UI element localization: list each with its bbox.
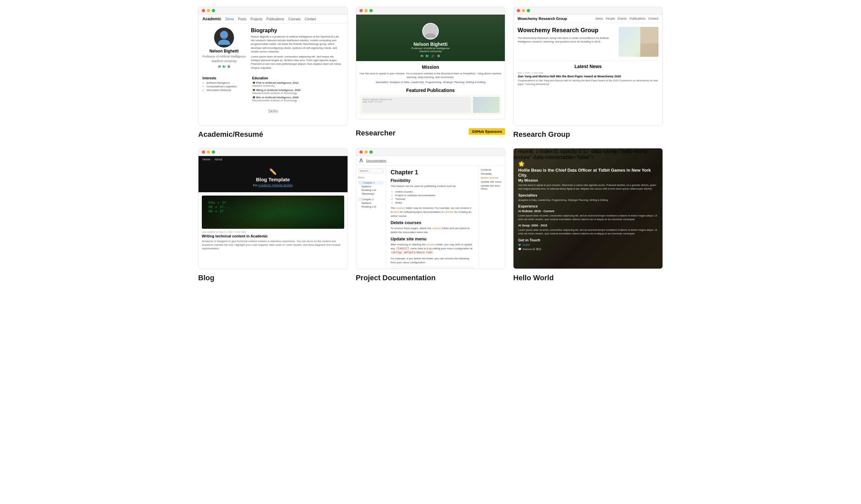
edu-degree-2: MEng in Artificial Intelligence, 2009 — [256, 88, 301, 92]
nav-publications-w[interactable]: Publications — [629, 17, 646, 20]
nav-demo[interactable]: Demo — [226, 17, 234, 21]
wowchemy-person-top — [640, 27, 658, 43]
sidebar-docs-label: Docs — [358, 176, 384, 179]
sidebar-chapter1[interactable]: 📄 Chapter 1 — [358, 181, 384, 185]
nav-posts[interactable]: Posts — [238, 17, 246, 21]
minimize-dot-r[interactable] — [365, 9, 368, 12]
twitter-link[interactable]: 🐦 Twitter — [518, 243, 658, 246]
interest-item: Information Retrieval — [206, 88, 248, 92]
interests-edu-section: Interests Artificial Intelligence Comput… — [199, 74, 347, 106]
nav-brand: Academic — [203, 17, 221, 21]
window-chrome-wowchemy — [514, 7, 662, 15]
bio-text: Nelson Bighetti is a professor of artifi… — [251, 35, 343, 53]
wowchemy-image — [619, 27, 658, 57]
nav-publications[interactable]: Publications — [266, 17, 285, 21]
researcher-wrapper: Nelson Bighetti Professor of Artificial … — [356, 6, 506, 140]
researcher-avatar — [422, 23, 439, 40]
wowchemy-text: Wowchemy Research Group The Wowchemy Res… — [518, 27, 615, 57]
twitter-icon-r[interactable]: 🐦 — [425, 54, 429, 58]
hello-world-label: Hello World — [513, 272, 663, 284]
nav-people[interactable]: People — [606, 17, 615, 20]
delete-courses-title: Delete courses — [391, 220, 474, 225]
researcher-name: Nelson Bighetti — [411, 41, 450, 47]
github-icon-r[interactable]: ⚙ — [437, 54, 440, 58]
sidebar-reading-list2[interactable]: Reading List — [358, 205, 384, 208]
nav-contact-w[interactable]: Contact — [648, 17, 658, 20]
right-nav-contents[interactable]: Contents — [481, 168, 503, 171]
blog-post-text: Academic is designed to give technical c… — [202, 240, 344, 251]
testuser-link[interactable]: 💬 TestUser在 微信 — [518, 247, 658, 251]
maximize-dot-r[interactable] — [369, 9, 373, 12]
window-chrome-blog — [199, 148, 347, 156]
right-nav-update-menu[interactable]: Update site menu — [481, 180, 503, 183]
docs-logo: Λ — [359, 158, 363, 164]
blog-card: Home About ✏️ Blog Template For Academic… — [198, 148, 348, 269]
exp2-title: AI Soup: 2000 - 2015 — [518, 224, 658, 227]
close-dot-r[interactable] — [359, 9, 363, 12]
maximize-dot-d[interactable] — [369, 150, 373, 154]
academic-builder-link[interactable]: Academic Website Builder — [258, 183, 293, 187]
email-icon[interactable]: ✉ — [218, 65, 221, 68]
researcher-preview-card: Nelson Bighetti Professor of Artificial … — [356, 6, 506, 120]
featured-publications-title: Featured Publications — [359, 88, 502, 93]
github-icon[interactable]: ⚙ — [227, 65, 230, 68]
nav-about-blog[interactable]: About — [215, 158, 222, 161]
right-nav-flexibility[interactable]: Flexibility — [481, 172, 503, 175]
interest-item: Artificial Intelligence — [206, 81, 248, 84]
nav-contact[interactable]: Contact — [305, 17, 316, 21]
close-dot-d[interactable] — [359, 150, 363, 154]
education-section: Education 🎓 PhD in Artificial Intelligen… — [252, 76, 343, 103]
exp1-text: Lorem ipsum dolor sit amet, consectetur … — [518, 214, 658, 221]
right-nav-delete[interactable]: Delete courses — [481, 176, 503, 179]
exp2-text: Lorem ipsum dolor sit amet, consectetur … — [518, 229, 658, 235]
wowchemy-main: Wowchemy Research Group The Wowchemy Res… — [514, 23, 662, 61]
wowchemy-nav-links: News People Events Publications Contact — [596, 17, 658, 20]
close-dot-b[interactable] — [202, 150, 205, 154]
academic-nav: Academic Demo Posts Projects Publication… — [199, 15, 347, 24]
twitter-icon[interactable]: 🐦 — [222, 65, 226, 68]
blog-image-text: 09m × 3f00 × 3f...00 × 3f — [208, 201, 230, 214]
maximize-dot[interactable] — [212, 9, 215, 12]
sidebar-syllabus1[interactable]: Syllabus — [358, 185, 384, 188]
nav-courses[interactable]: Courses — [288, 17, 300, 21]
nav-home-blog[interactable]: Home — [203, 158, 210, 161]
minimize-dot-w[interactable] — [522, 9, 525, 12]
maximize-dot-w[interactable] — [527, 9, 530, 12]
nav-news[interactable]: News — [596, 17, 603, 20]
researcher-hero: Nelson Bighetti Professor of Artificial … — [356, 15, 505, 61]
minimize-dot-d[interactable] — [365, 150, 368, 154]
sidebar-reading-list1[interactable]: Reading List — [358, 188, 384, 192]
chapter-intro: This feature can be used for publishing … — [391, 184, 474, 188]
profile-university: Stanford University — [211, 59, 237, 63]
docs-nav-link[interactable]: Documentation — [366, 159, 386, 162]
docs-right-nav: Contents Flexibility Delete courses Upda… — [478, 166, 505, 269]
sidebar-syllabus2[interactable]: Syllabus — [358, 201, 384, 205]
researcher-label: Researcher — [356, 127, 396, 139]
email-icon-r[interactable]: ✉ — [421, 54, 423, 58]
code-block: [[main]] name = "Courses" url = "courses… — [391, 267, 474, 269]
minimize-dot[interactable] — [207, 9, 210, 12]
blog-post-image: 09m × 3f00 × 3f...00 × 3f — [202, 195, 344, 229]
sidebar-takeaways1[interactable]: Takeaways — [358, 192, 384, 195]
mission-title: Mission — [359, 65, 502, 70]
chapter-list-item: Notes — [395, 201, 474, 204]
profile-section: Nelson Bighetti Professor of Artificial … — [199, 24, 347, 74]
nav-projects[interactable]: Projects — [250, 17, 262, 21]
close-dot[interactable] — [202, 9, 205, 12]
researcher-social-icons: ✉ 🐦 🎓 ⚙ — [411, 54, 450, 58]
sidebar-chapter2[interactable]: 📄 Chapter 2 — [358, 197, 384, 201]
window-chrome-academic — [199, 7, 347, 15]
maximize-dot-b[interactable] — [212, 150, 215, 154]
minimize-dot-b[interactable] — [207, 150, 210, 154]
svg-point-1 — [218, 40, 230, 45]
close-dot-w[interactable] — [517, 9, 520, 12]
right-nav-update-docs[interactable]: Update the docs menu — [481, 184, 503, 190]
scholar-icon-r[interactable]: 🎓 — [431, 54, 435, 58]
bio-title: Biography — [251, 28, 343, 33]
search-input[interactable] — [358, 168, 384, 173]
researcher-university: Stanford University — [411, 50, 450, 53]
update-menu-text2: For example, if you delete this folder, … — [391, 257, 474, 264]
github-sponsors-badge[interactable]: GitHub Sponsors — [469, 128, 505, 135]
academic-resume-card: Academic Demo Posts Projects Publication… — [198, 6, 348, 125]
nav-events[interactable]: Events — [618, 17, 627, 20]
